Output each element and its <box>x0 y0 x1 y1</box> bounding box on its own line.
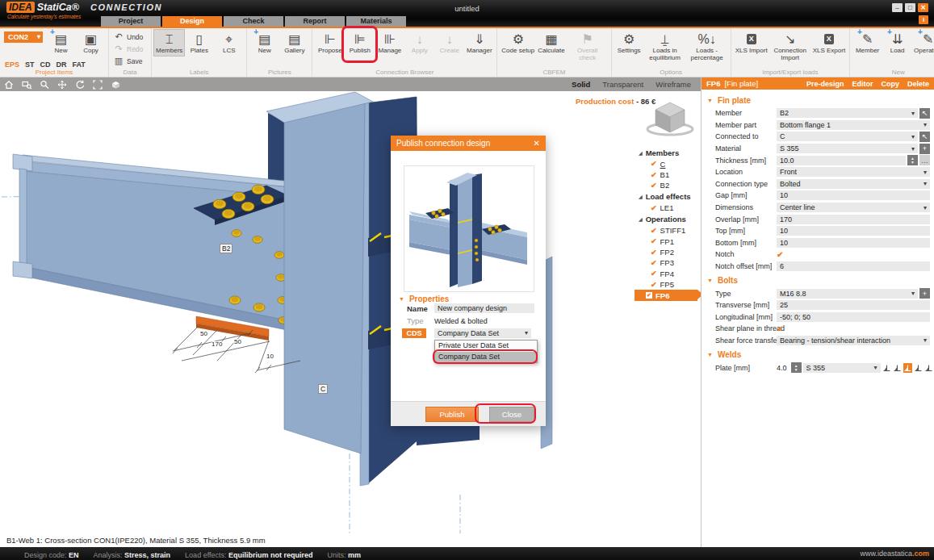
cds-option-company-data-set[interactable]: Company Data Set <box>435 352 537 363</box>
field-value[interactable]: Bearing - tension/shear interaction▾ <box>777 336 930 345</box>
minimize-button[interactable]: – <box>892 3 903 12</box>
ribbon-button-plates[interactable]: ▯Plates <box>184 30 214 56</box>
field-value[interactable]: 10 <box>777 190 930 200</box>
field-value[interactable]: -50; 0; 50 <box>777 312 930 322</box>
tree-group-members[interactable]: ◢Members <box>633 147 697 159</box>
connection-selector[interactable]: CON2 ▾ <box>4 31 43 43</box>
tree-group-load-effects[interactable]: ◢Load effects <box>633 191 697 203</box>
view-mode-solid[interactable]: Solid <box>572 80 590 89</box>
tab-report[interactable]: Report <box>285 16 345 27</box>
collapse-icon[interactable]: ◢ <box>639 194 643 199</box>
weld-type-icon-4[interactable] <box>914 363 923 373</box>
ribbon-button-propose[interactable]: ⊩Propose <box>315 30 345 56</box>
view-mode-transparent[interactable]: Transparent <box>602 80 643 89</box>
ribbon-button-copy[interactable]: ▣Copy <box>76 30 106 56</box>
field-value[interactable]: Bottom flange 1▾ <box>777 120 930 130</box>
field-value[interactable]: M16 8.8▾ <box>777 289 918 299</box>
ribbon-button-member[interactable]: ✎+Member <box>852 30 882 56</box>
field-value[interactable]: 170 <box>777 215 930 224</box>
tree-item-fp2[interactable]: ✔FP2 <box>633 247 697 257</box>
tab-project[interactable]: Project <box>101 16 161 27</box>
ribbon-button-xls-export[interactable]: XXLS Export <box>811 30 847 56</box>
ribbon-button-code-setup[interactable]: ⚙Code setup <box>500 30 536 56</box>
check-icon[interactable]: ✔ <box>651 171 657 179</box>
field-value[interactable]: 6 <box>777 261 930 271</box>
tree-item-fp1[interactable]: ✔FP1 <box>633 236 697 246</box>
pick-member-button[interactable]: ↖ <box>919 132 930 142</box>
project-code-fat[interactable]: FAT <box>73 61 86 69</box>
member-label-b2[interactable]: B2 <box>220 244 232 253</box>
home-icon[interactable] <box>0 78 18 90</box>
collapse-icon[interactable]: ◢ <box>639 216 643 222</box>
weld-type-icon-3[interactable] <box>903 363 912 373</box>
tab-design[interactable]: Design <box>162 16 222 27</box>
check-icon[interactable]: ✔ <box>651 249 657 257</box>
info-button[interactable]: i <box>919 15 928 24</box>
ribbon-button-settings[interactable]: ⚙Settings <box>614 30 644 56</box>
checkbox-icon[interactable]: ✔ <box>646 292 652 299</box>
solid-box-icon[interactable] <box>107 78 124 90</box>
check-icon[interactable]: ✔ <box>651 227 657 235</box>
website-link[interactable]: www.ideastatica.com <box>860 550 934 558</box>
close-dialog-button[interactable]: Close <box>489 407 534 422</box>
project-code-cd[interactable]: CD <box>40 61 51 69</box>
field-value[interactable]: S 355▾ <box>777 144 918 153</box>
tree-item-fp6[interactable]: ✔FP6 <box>635 290 697 300</box>
ribbon-button-manage[interactable]: ⊪Manage <box>375 30 404 56</box>
navigation-cube[interactable] <box>644 98 696 137</box>
project-code-eps[interactable]: EPS <box>5 61 19 69</box>
panel-action-pre-design[interactable]: Pre-design <box>806 80 844 88</box>
add-button[interactable]: + <box>919 144 930 154</box>
member-label-c[interactable]: C <box>318 384 328 394</box>
tree-item-c[interactable]: ✔C <box>633 159 697 169</box>
tab-check[interactable]: Check <box>224 16 283 27</box>
field-value[interactable]: 10 <box>777 238 930 248</box>
tree-group-operations[interactable]: ◢Operations <box>633 214 697 226</box>
ribbon-button-loads-percentage[interactable]: %↓Loads - percentage <box>686 30 728 62</box>
weld-type-icon-2[interactable] <box>893 363 902 373</box>
ribbon-button-apply[interactable]: ↓Apply <box>404 30 434 56</box>
check-icon[interactable]: ✔ <box>651 259 657 267</box>
tree-item-fp5[interactable]: ✔FP5 <box>633 279 697 290</box>
properties-section[interactable]: ▼ Properties <box>399 295 449 303</box>
ribbon-button-undo[interactable]: ↶Undo <box>111 31 149 42</box>
checkmark-icon[interactable]: ✔ <box>777 324 783 333</box>
weld-type-icon-1[interactable] <box>882 363 891 373</box>
ribbon-button-loads-in-equilibrium[interactable]: ⍊Loads in equilibrium <box>644 30 686 62</box>
field-value[interactable]: Bolted▾ <box>777 179 930 189</box>
check-icon[interactable]: ✔ <box>651 270 657 278</box>
ribbon-button-create[interactable]: ↓Create <box>434 30 464 56</box>
field-value[interactable]: 10 <box>777 226 930 236</box>
pick-member-button[interactable]: ↖ <box>919 108 930 119</box>
close-icon[interactable]: ✕ <box>534 139 540 148</box>
field-value[interactable]: 10.0 <box>777 156 906 165</box>
panel-action-delete[interactable]: Delete <box>907 80 929 88</box>
ribbon-button-load[interactable]: ⇊+Load <box>882 30 912 56</box>
check-icon[interactable]: ✔ <box>651 160 657 168</box>
ellipsis-button[interactable]: … <box>919 155 930 165</box>
weld-type-icon-5[interactable] <box>924 363 933 373</box>
stepper-control[interactable]: ▴▾ <box>907 155 918 165</box>
zoom-icon[interactable] <box>36 78 53 90</box>
field-value[interactable]: B2▾ <box>777 108 918 118</box>
ribbon-button-gallery[interactable]: ▤Gallery <box>279 30 309 56</box>
field-value[interactable]: 25 <box>777 300 930 310</box>
ribbon-button-save[interactable]: ▥Save <box>111 56 149 66</box>
field-value[interactable]: Front▾ <box>777 167 930 177</box>
tree-item-b1[interactable]: ✔B1 <box>633 169 697 180</box>
maximize-button[interactable]: □ <box>905 3 915 12</box>
zoom-window-icon[interactable] <box>18 78 36 90</box>
rotate-icon[interactable] <box>71 78 89 90</box>
pan-icon[interactable] <box>53 78 71 90</box>
ribbon-button-operation[interactable]: ✎+Operation <box>912 30 934 56</box>
ribbon-button-connection-import[interactable]: ↘Connection Import <box>769 30 811 62</box>
ribbon-button-new[interactable]: ▤+New <box>249 30 279 56</box>
cds-option-private-user-data-set[interactable]: Private User Data Set <box>435 341 537 352</box>
name-field[interactable]: New company design <box>434 303 534 313</box>
cds-select[interactable]: Company Data Set ▾ <box>434 328 531 338</box>
section-welds[interactable]: ▼Welds <box>702 348 934 361</box>
field-value[interactable]: C▾ <box>777 132 918 141</box>
tree-item-fp4[interactable]: ✔FP4 <box>633 269 697 279</box>
collapse-icon[interactable]: ◢ <box>639 150 643 156</box>
view-mode-wireframe[interactable]: Wireframe <box>655 80 691 89</box>
